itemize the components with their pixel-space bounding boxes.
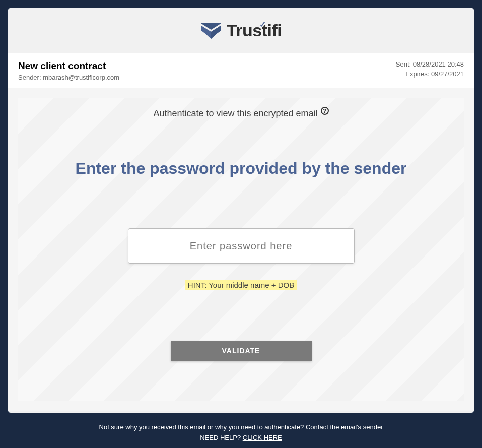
content-inner: Authenticate to view this encrypted emai… (18, 98, 464, 401)
main-container: Trustifi ✓ New client contract Sender: m… (8, 8, 474, 413)
logo: Trustifi ✓ (200, 21, 282, 40)
password-hint: HINT: Your middle name + DOB (185, 280, 297, 290)
logo-text: Trustifi ✓ (227, 21, 282, 40)
help-link[interactable]: CLICK HERE (243, 434, 282, 441)
authenticate-label: Authenticate to view this encrypted emai… (153, 108, 328, 119)
email-subject: New client contract (18, 60, 119, 72)
main-heading: Enter the password provided by the sende… (76, 159, 407, 178)
envelope-shield-icon (200, 22, 222, 40)
help-icon[interactable]: ? (321, 107, 329, 115)
meta-right: Sent: 08/28/2021 20:48 Expires: 09/27/20… (396, 60, 464, 78)
checkmark-icon: ✓ (259, 20, 266, 29)
email-sender: Sender: mbarash@trustificorp.com (18, 74, 119, 81)
password-input[interactable] (128, 228, 355, 264)
validate-button[interactable]: VALIDATE (171, 341, 312, 361)
footer-section: Not sure why you received this email or … (8, 413, 474, 441)
footer-help: NEED HELP? CLICK HERE (8, 434, 474, 441)
header-section: Trustifi ✓ (8, 8, 474, 53)
meta-section: New client contract Sender: mbarash@trus… (8, 53, 474, 88)
footer-text: Not sure why you received this email or … (8, 423, 474, 431)
sent-timestamp: Sent: 08/28/2021 20:48 (396, 60, 464, 68)
meta-left: New client contract Sender: mbarash@trus… (18, 60, 119, 81)
content-section: Authenticate to view this encrypted emai… (8, 88, 474, 411)
expires-timestamp: Expires: 09/27/2021 (396, 70, 464, 78)
